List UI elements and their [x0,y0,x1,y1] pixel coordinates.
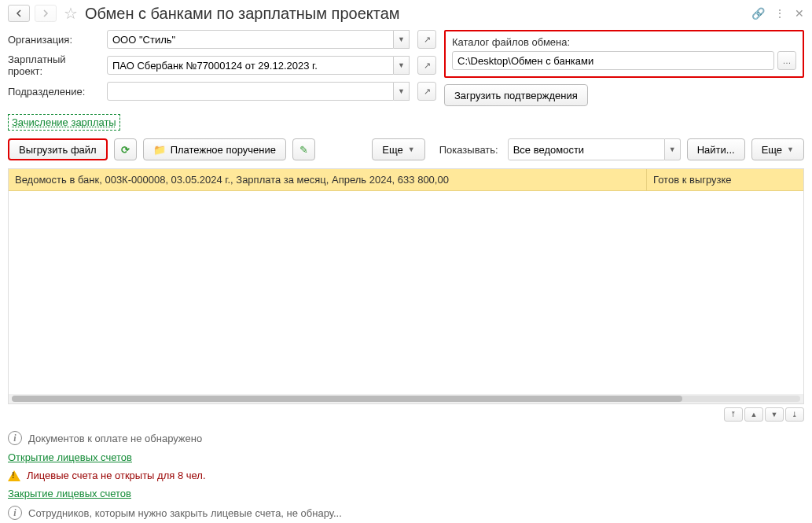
pencil-icon: ✎ [299,144,308,156]
info-icon: i [8,506,22,520]
catalog-input[interactable] [452,51,774,70]
nav-forward-button[interactable] [35,5,57,22]
arrow-right-icon [42,9,50,17]
catalog-browse-button[interactable]: … [777,51,796,70]
org-input[interactable] [107,30,394,49]
more-button-1[interactable]: Еще ▼ [372,138,424,160]
chevron-down-icon: ▼ [408,145,415,153]
favorite-star-icon[interactable]: ☆ [61,4,80,23]
load-confirmations-button[interactable]: Загрузить подтверждения [444,84,588,106]
find-button[interactable]: Найти... [687,138,745,160]
grid-nav-down[interactable]: ▼ [765,407,784,422]
table-row[interactable]: Ведомость в банк, 003К-000008, 03.05.202… [9,169,803,191]
grid-nav-last[interactable]: ⤓ [785,407,804,422]
refresh-button[interactable]: ⟳ [114,138,137,160]
payment-order-button[interactable]: 📁Платежное поручение [143,138,286,160]
page-title: Обмен с банками по зарплатным проектам [85,5,747,23]
show-select-input[interactable] [508,138,665,160]
close-hint-text: Сотрудников, которым нужно закрыть лицев… [28,507,342,519]
org-open-button[interactable]: ↗ [417,30,436,49]
show-label: Показывать: [439,144,498,156]
warning-icon [8,470,20,481]
accounts-not-open-text: Лицевые счета не открыты для 8 чел. [27,470,206,481]
horizontal-scrollbar[interactable] [9,394,803,403]
nav-back-button[interactable] [8,5,30,22]
project-input[interactable] [107,56,394,75]
org-dropdown-button[interactable]: ▼ [394,30,410,49]
project-open-button[interactable]: ↗ [417,56,436,75]
close-accounts-link[interactable]: Закрытие лицевых счетов [8,488,131,499]
dept-input[interactable] [107,82,394,101]
catalog-label: Каталог файлов обмена: [452,36,796,48]
refresh-icon: ⟳ [121,144,130,156]
chevron-down-icon: ▼ [787,145,794,153]
link-icon[interactable]: 🔗 [751,7,765,20]
edit-button[interactable]: ✎ [292,138,315,160]
info-icon: i [8,431,22,445]
show-select-dropdown-button[interactable]: ▼ [665,138,681,160]
folder-icon: 📁 [153,144,166,156]
grid-nav-first[interactable]: ⤒ [724,407,743,422]
org-label: Организация: [8,34,102,46]
kebab-menu-icon[interactable]: ⋮ [774,7,785,20]
dept-open-button[interactable]: ↗ [417,82,436,101]
row-description: Ведомость в банк, 003К-000008, 03.05.202… [9,169,646,190]
more-button-2[interactable]: Еще ▼ [751,138,804,160]
close-icon[interactable]: ✕ [795,7,804,20]
no-docs-text: Документов к оплате не обнаружено [28,433,202,444]
catalog-highlight-box: Каталог файлов обмена: … [444,30,804,78]
project-dropdown-button[interactable]: ▼ [394,56,410,75]
row-status: Готов к выгрузке [646,169,803,190]
project-label: Зарплатный проект: [8,53,102,77]
open-accounts-link[interactable]: Открытие лицевых счетов [8,451,132,463]
export-file-button[interactable]: Выгрузить файл [8,138,108,160]
tab-salary-credit[interactable]: Зачисление зарплаты [8,114,120,131]
grid-nav-up[interactable]: ▲ [744,407,763,422]
payment-order-label: Платежное поручение [171,144,276,156]
dept-label: Подразделение: [8,86,102,98]
documents-grid: Ведомость в банк, 003К-000008, 03.05.202… [8,168,804,404]
dept-dropdown-button[interactable]: ▼ [394,82,410,101]
arrow-left-icon [15,9,23,17]
